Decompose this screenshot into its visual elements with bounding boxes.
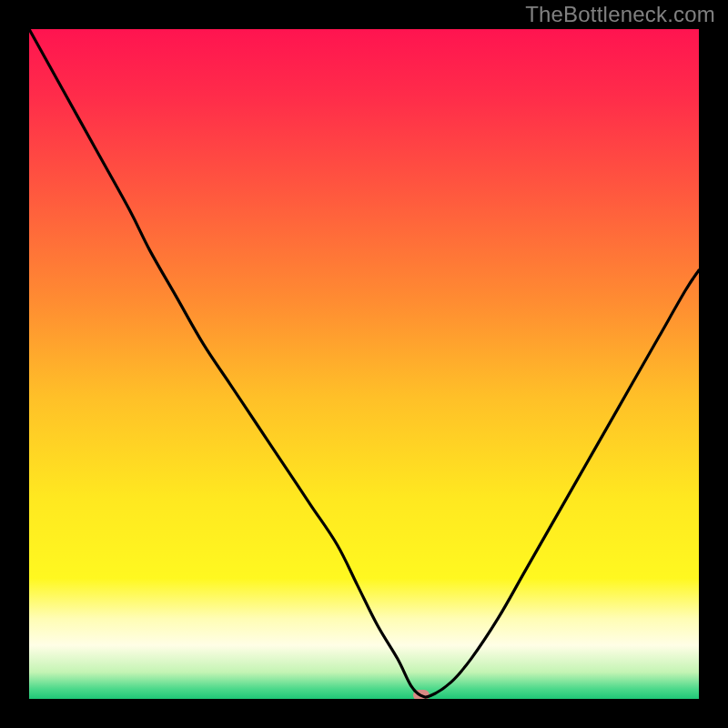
chart-frame: TheBottleneck.com	[0, 0, 728, 728]
bottleneck-curve	[29, 29, 699, 699]
plot-area	[29, 29, 699, 699]
watermark-label: TheBottleneck.com	[525, 2, 715, 27]
